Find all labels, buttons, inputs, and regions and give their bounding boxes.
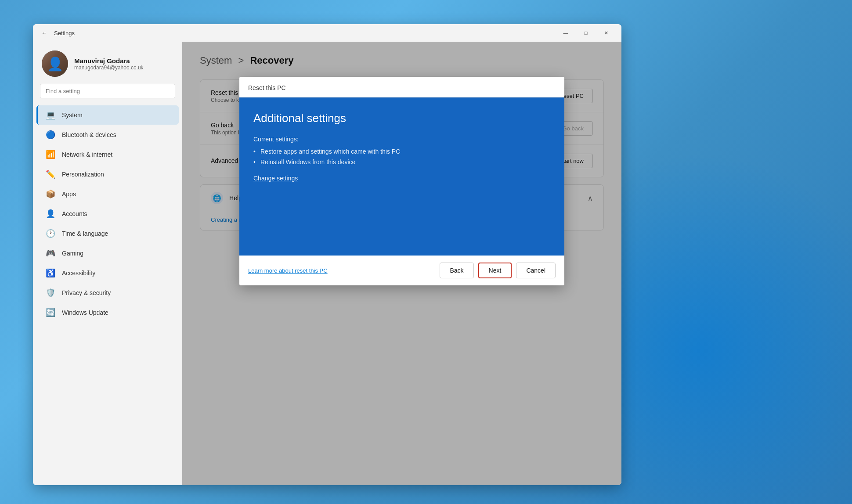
network-icon: 📶 (45, 149, 56, 160)
next-button[interactable]: Next (478, 263, 512, 278)
dialog-title: Reset this PC (248, 84, 286, 91)
dialog-subtitle: Current settings: (253, 136, 550, 143)
nav-label-privacy: Privacy & security (62, 289, 111, 296)
sidebar: Manuviraj Godara manugodara94@yahoo.co.u… (33, 42, 182, 485)
navigation: 💻 System 🔵 Bluetooth & devices 📶 Network… (33, 105, 182, 322)
nav-label-network: Network & internet (62, 151, 112, 158)
nav-item-accessibility[interactable]: ♿ Accessibility (36, 263, 179, 283)
dialog-footer: Learn more about reset this PC Back Next… (239, 256, 564, 285)
window-title: Settings (54, 30, 75, 36)
user-profile: Manuviraj Godara manugodara94@yahoo.co.u… (33, 42, 182, 84)
time-icon: 🕐 (45, 228, 56, 239)
system-icon: 💻 (45, 110, 56, 120)
nav-item-apps[interactable]: 📦 Apps (36, 184, 179, 204)
avatar (42, 50, 68, 77)
nav-label-gaming: Gaming (62, 250, 83, 257)
nav-label-personalization: Personalization (62, 171, 104, 178)
nav-item-bluetooth[interactable]: 🔵 Bluetooth & devices (36, 125, 179, 144)
update-icon: 🔄 (45, 307, 56, 318)
content-area: System > Recovery Reset this PC Choose t… (182, 42, 621, 485)
dialog-body: Additional settings Current settings: Re… (239, 97, 564, 256)
nav-item-accounts[interactable]: 👤 Accounts (36, 204, 179, 223)
settings-window: ← Settings — □ ✕ Manuviraj Godara manugo… (33, 24, 621, 485)
change-settings-link[interactable]: Change settings (253, 175, 298, 182)
nav-item-time[interactable]: 🕐 Time & language (36, 224, 179, 243)
nav-item-system[interactable]: 💻 System (36, 105, 179, 125)
dialog-heading: Additional settings (253, 112, 550, 125)
dialog-overlay: Reset this PC Additional settings Curren… (182, 42, 621, 485)
user-name: Manuviraj Godara (74, 57, 173, 65)
nav-label-update: Windows Update (62, 309, 108, 316)
nav-label-system: System (62, 112, 83, 119)
user-info: Manuviraj Godara manugodara94@yahoo.co.u… (74, 57, 173, 71)
nav-item-network[interactable]: 📶 Network & internet (36, 145, 179, 164)
minimize-button[interactable]: — (556, 26, 576, 40)
search-box (40, 84, 175, 98)
nav-label-accounts: Accounts (62, 210, 87, 217)
learn-more-link[interactable]: Learn more about reset this PC (248, 267, 328, 274)
accounts-icon: 👤 (45, 209, 56, 219)
search-input[interactable] (40, 84, 175, 98)
back-button[interactable]: ← (38, 27, 51, 39)
dialog-list-item-2: Reinstall Windows from this device (253, 158, 550, 166)
dialog: Reset this PC Additional settings Curren… (239, 77, 564, 285)
gaming-icon: 🎮 (45, 248, 56, 259)
title-bar: ← Settings — □ ✕ (33, 24, 621, 42)
personalization-icon: ✏️ (45, 169, 56, 180)
nav-item-personalization[interactable]: ✏️ Personalization (36, 165, 179, 184)
nav-label-bluetooth: Bluetooth & devices (62, 131, 116, 138)
maximize-button[interactable]: □ (576, 26, 596, 40)
nav-item-privacy[interactable]: 🛡️ Privacy & security (36, 283, 179, 302)
user-email: manugodara94@yahoo.co.uk (74, 65, 173, 71)
nav-label-time: Time & language (62, 230, 108, 237)
cancel-button[interactable]: Cancel (516, 263, 556, 278)
accessibility-icon: ♿ (45, 268, 56, 278)
back-dialog-button[interactable]: Back (440, 263, 473, 278)
nav-label-accessibility: Accessibility (62, 270, 95, 277)
bluetooth-icon: 🔵 (45, 130, 56, 140)
apps-icon: 📦 (45, 189, 56, 199)
nav-item-update[interactable]: 🔄 Windows Update (36, 303, 179, 322)
nav-label-apps: Apps (62, 191, 76, 198)
close-button[interactable]: ✕ (596, 26, 616, 40)
privacy-icon: 🛡️ (45, 288, 56, 298)
dialog-title-bar: Reset this PC (239, 77, 564, 97)
dialog-buttons: Back Next Cancel (440, 263, 556, 278)
dialog-list-item-1: Restore apps and settings which came wit… (253, 148, 550, 155)
nav-item-gaming[interactable]: 🎮 Gaming (36, 244, 179, 263)
dialog-list: Restore apps and settings which came wit… (253, 148, 550, 166)
